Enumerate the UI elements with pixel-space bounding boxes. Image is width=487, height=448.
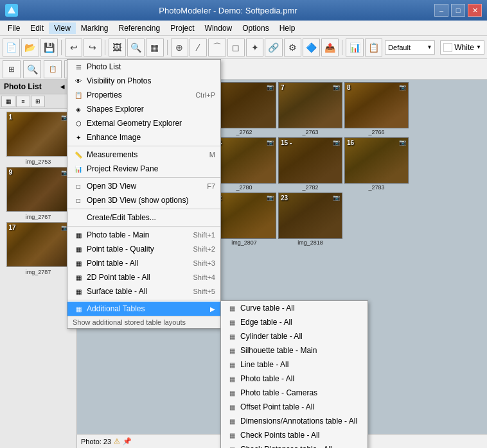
layout-combo-arrow: ▼	[427, 44, 432, 50]
zoom-button[interactable]: 🔍	[127, 39, 145, 56]
export-button[interactable]: 📤	[321, 39, 339, 56]
menu-options[interactable]: Options	[237, 22, 274, 34]
list-item[interactable]: 17 📷 img_2787	[1, 222, 75, 276]
surface-button[interactable]: ◻	[227, 39, 245, 56]
minimize-button[interactable]: –	[434, 4, 448, 17]
list-item[interactable]: 9 📷 img_2767	[1, 167, 75, 221]
title-bar: PhotoModeler - Demo: Softpedia.pmr – □ ✕	[0, 0, 487, 21]
menu-photo-list[interactable]: ☰ Photo List	[67, 60, 220, 74]
menu-ext-geo[interactable]: ⬡ External Geometry Explorer	[67, 116, 220, 130]
main-photo-16[interactable]: 16 📷	[344, 137, 409, 184]
layout-combo[interactable]: Default ▼	[385, 40, 435, 55]
submenu-cylinder-label: Cylinder table - All	[240, 332, 303, 341]
ref-button[interactable]: 🔗	[265, 39, 282, 56]
report-button[interactable]: 📋	[365, 39, 382, 56]
view-dropdown-menu: ☰ Photo List 👁 Visibility on Photos 📋 Pr…	[67, 59, 221, 329]
submenu-photo-cameras[interactable]: ▦ Photo table - Cameras	[221, 386, 367, 400]
mark-button[interactable]: ✦	[246, 39, 263, 56]
menu-file[interactable]: File	[3, 22, 25, 34]
additional-tables-icon: ▦	[73, 304, 84, 314]
submenu-edge[interactable]: ▦ Edge table - All	[221, 315, 367, 329]
menu-surface-all[interactable]: ▦ Surface table - All Shift+5	[67, 284, 220, 298]
properties-btn[interactable]: 📋	[44, 60, 62, 78]
new-button[interactable]: 📄	[3, 39, 20, 56]
submenu-dim-annotations[interactable]: ▦ Dimensions/Annotations table - All	[221, 414, 367, 428]
submenu-line[interactable]: ▦ Line table - All	[221, 358, 367, 372]
create-tables-icon	[73, 212, 84, 223]
menu-point-quality[interactable]: ▦ Point table - Quality Shift+2	[67, 242, 220, 256]
menu-open3d-opts[interactable]: □ Open 3D View (show options)	[67, 193, 220, 207]
redo-button[interactable]: ↪	[84, 39, 101, 56]
submenu-photo-all[interactable]: ▦ Photo table - All	[221, 372, 367, 386]
menu-ext-geo-label: External Geometry Explorer	[87, 119, 182, 128]
undo-button[interactable]: ↩	[65, 39, 82, 56]
sep3	[167, 40, 168, 55]
maximize-button[interactable]: □	[451, 4, 465, 17]
zoom-fit-button[interactable]: ⊞	[3, 60, 21, 78]
line-button[interactable]: ∕	[190, 39, 207, 56]
main-photo-8[interactable]: 8 📷	[344, 82, 409, 128]
color-combo[interactable]: White ▼	[440, 40, 484, 55]
menu-visibility[interactable]: 👁 Visibility on Photos	[67, 74, 220, 88]
process-button[interactable]: ⚙	[284, 39, 301, 56]
submenu-check-distances[interactable]: ▦ Check Distances table - All	[221, 442, 367, 448]
sep-2	[67, 177, 220, 178]
menu-marking[interactable]: Marking	[76, 22, 114, 34]
point-button[interactable]: ⊕	[171, 39, 188, 56]
menu-create-tables-label: Create/Edit Tables...	[87, 213, 156, 222]
menu-point-all-label: Point table - All	[87, 259, 138, 268]
3d-button[interactable]: 🔷	[303, 39, 320, 56]
table-button[interactable]: 📊	[346, 39, 363, 56]
grid-button[interactable]: ▦	[146, 39, 163, 56]
submenu-silhouette[interactable]: ▦ Silhouette table - Main	[221, 343, 367, 358]
menu-open3d[interactable]: □ Open 3D View F7	[67, 179, 220, 193]
pl-large-btn[interactable]: ⊞	[31, 96, 45, 107]
photo-list-icon: ☰	[73, 62, 84, 72]
menu-properties[interactable]: 📋 Properties Ctrl+P	[67, 88, 220, 102]
menu-edit[interactable]: Edit	[25, 22, 49, 34]
menu-project[interactable]: Project	[165, 22, 199, 34]
pl-list-btn[interactable]: ≡	[16, 96, 30, 107]
pl-grid-btn[interactable]: ▦	[1, 96, 15, 107]
submenu-curve[interactable]: ▦ Curve table - All	[221, 301, 367, 315]
menu-photo-main[interactable]: ▦ Photo table - Main Shift+1	[67, 228, 220, 242]
save-button[interactable]: 💾	[40, 39, 58, 56]
menu-create-tables[interactable]: Create/Edit Tables...	[67, 211, 220, 225]
zoom-in-button[interactable]: 🔍	[23, 60, 41, 78]
photo-thumb-17[interactable]: 17 📷	[6, 222, 71, 267]
menu-help[interactable]: Help	[274, 22, 301, 34]
cam-icon: 📷	[267, 84, 274, 90]
menu-measurements[interactable]: 📏 Measurements M	[67, 148, 220, 162]
menu-additional-tables[interactable]: ▦ Additional Tables ▶ ▦ Curve table - Al…	[67, 302, 220, 316]
main-photo-23[interactable]: 23 📷	[278, 193, 342, 239]
submenu-check-points[interactable]: ▦ Check Points table - All	[221, 428, 367, 442]
photo-thumb-9[interactable]: 9 📷	[6, 167, 71, 212]
main-photo-22[interactable]: 22 📷	[212, 193, 276, 239]
curve-button[interactable]: ⌒	[208, 39, 226, 56]
menu-point-all[interactable]: ▦ Point table - All Shift+3	[67, 256, 220, 270]
main-photo-15[interactable]: 15 - 📷	[278, 137, 342, 184]
menu-2dpoint-all[interactable]: ▦ 2D Point table - All Shift+4	[67, 270, 220, 284]
main-photo-7[interactable]: 7 📷	[278, 82, 342, 128]
menu-enhance[interactable]: ✦ Enhance Image	[67, 130, 220, 144]
main-photo-14[interactable]: 14 📷	[212, 137, 276, 184]
menu-window[interactable]: Window	[200, 22, 238, 34]
submenu-cylinder[interactable]: ▦ Cylinder table - All	[221, 329, 367, 343]
menu-shapes[interactable]: ◈ Shapes Explorer	[67, 102, 220, 116]
cam-icon: 📷	[267, 139, 274, 146]
photo-thumb-1[interactable]: 1 📷	[6, 112, 71, 157]
open-button[interactable]: 📂	[21, 39, 39, 56]
submenu-offset-point[interactable]: ▦ Offset Point table - All	[221, 400, 367, 414]
photo-button[interactable]: 🖼	[109, 39, 126, 56]
menu-review[interactable]: 📊 Project Review Pane	[67, 162, 220, 176]
close-button[interactable]: ✕	[468, 4, 482, 17]
edge-icon: ▦	[226, 317, 238, 327]
list-item[interactable]: 1 📷 img_2753	[1, 112, 75, 166]
menu-referencing[interactable]: Referencing	[114, 22, 166, 34]
menu-view[interactable]: View	[49, 22, 76, 34]
menu-2dpoint-all-label: 2D Point table - All	[87, 273, 150, 282]
2dpoint-shortcut: Shift+4	[180, 273, 215, 281]
photo-all-icon: ▦	[226, 374, 238, 384]
photo-label-1: img_2753	[1, 158, 75, 166]
main-photo-6[interactable]: 6 📷	[212, 82, 276, 128]
